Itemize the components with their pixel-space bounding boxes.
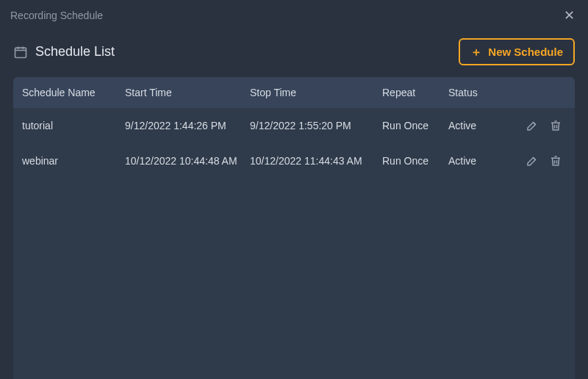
subheader-label: Schedule List: [35, 44, 115, 59]
col-name: Schedule Name: [22, 87, 125, 98]
col-status: Status: [448, 87, 507, 98]
subheader: Schedule List ＋ New Schedule: [0, 29, 588, 77]
edit-icon[interactable]: [525, 154, 539, 168]
cell-repeat: Run Once: [382, 120, 448, 131]
table-header: Schedule Name Start Time Stop Time Repea…: [13, 77, 575, 108]
cell-name: webinar: [22, 155, 125, 167]
cell-stop: 10/12/2022 11:44:43 AM: [250, 155, 382, 167]
cell-start: 9/12/2022 1:44:26 PM: [125, 120, 250, 131]
cell-stop: 9/12/2022 1:55:20 PM: [250, 120, 382, 131]
titlebar-title: Recording Schedule: [10, 10, 103, 21]
table-row: webinar 10/12/2022 10:44:48 AM 10/12/202…: [13, 143, 575, 178]
trash-icon[interactable]: [548, 154, 563, 168]
table-row: tutorial 9/12/2022 1:44:26 PM 9/12/2022 …: [13, 108, 575, 143]
trash-icon[interactable]: [548, 118, 563, 133]
cell-repeat: Run Once: [382, 155, 448, 167]
plus-icon: ＋: [470, 46, 482, 58]
cell-name: tutorial: [22, 120, 125, 131]
titlebar: Recording Schedule ✕: [0, 0, 588, 29]
cell-status: Active: [448, 120, 507, 131]
edit-icon[interactable]: [525, 118, 539, 133]
close-icon[interactable]: ✕: [561, 7, 578, 24]
cell-start: 10/12/2022 10:44:48 AM: [125, 155, 250, 167]
col-repeat: Repeat: [382, 87, 448, 98]
calendar-icon: [13, 45, 28, 59]
new-schedule-button[interactable]: ＋ New Schedule: [459, 38, 575, 65]
col-stop: Stop Time: [250, 87, 382, 98]
row-actions: [507, 118, 566, 133]
col-start: Start Time: [125, 87, 250, 98]
cell-status: Active: [448, 155, 507, 167]
row-actions: [507, 154, 566, 168]
new-schedule-label: New Schedule: [488, 46, 563, 58]
svg-rect-0: [15, 48, 26, 57]
subheader-left: Schedule List: [13, 44, 115, 59]
schedule-panel: Schedule Name Start Time Stop Time Repea…: [13, 77, 575, 379]
